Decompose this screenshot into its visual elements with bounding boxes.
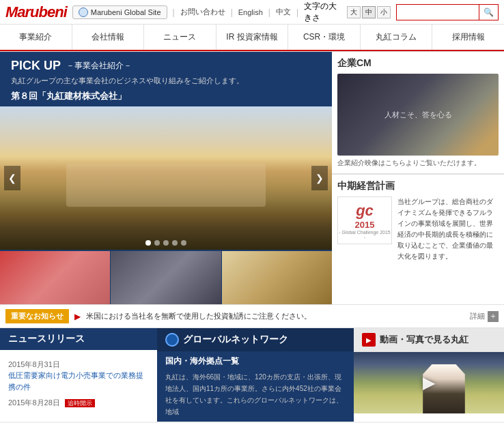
- search-box: 🔍: [396, 4, 499, 20]
- gc-year: 2015: [338, 220, 391, 230]
- alert-detail-label: 詳細: [470, 311, 485, 321]
- alert-detail-plus-icon[interactable]: ＋: [488, 311, 499, 322]
- alert-text: 米国における当社名を無断で使用した投資勧誘にご注意ください。: [86, 311, 464, 321]
- alert-arrow-icon: ▶: [74, 312, 81, 321]
- news-title: ニュースリリース: [8, 333, 85, 344]
- gc-logo-text: gc: [338, 202, 391, 220]
- video-title: 動画・写真で見る丸紅: [380, 334, 468, 346]
- news-date-2: 2015年8月28日 追時開示: [8, 398, 149, 408]
- video-header: ▶ 動画・写真で見る丸紅: [354, 328, 504, 352]
- chuuki-inner: gc 2015 - Global Challenge 2015 - 当社グループ…: [337, 196, 499, 262]
- slider-description: 丸紅グループの主な事業会社のビジネスや取り組みをご紹介します。: [0, 76, 332, 89]
- cm-image[interactable]: [337, 74, 499, 156]
- header-sep3: |: [268, 8, 270, 17]
- global-text: 丸紅は、海外66国・地域に、120カ所の支店・出張所、現地法人、国内11カ所の事…: [165, 371, 346, 418]
- video-section: ▶ 動画・写真で見る丸紅: [354, 328, 504, 422]
- pickup-subtitle: －事業会社紹介－: [66, 60, 132, 72]
- slider-dot-5[interactable]: [181, 240, 186, 246]
- header: Marubeni Marubeni Global Site | お問い合わせ |…: [0, 0, 504, 52]
- worker-figure: [414, 364, 474, 413]
- global-subtitle[interactable]: 国内・海外拠点一覧: [165, 355, 346, 367]
- pickup-tag: PICK UP: [11, 59, 61, 73]
- news-item-1: 2015年8月31日 低圧需要家向け電力小売事業での業務提携の件: [8, 360, 149, 392]
- pickup-title: PICK UP －事業会社紹介－: [11, 59, 321, 73]
- thumb-2[interactable]: [111, 251, 221, 304]
- global-site-button[interactable]: Marubeni Global Site: [72, 5, 167, 19]
- thumb-1[interactable]: [0, 251, 111, 304]
- slider-dot-1[interactable]: [145, 240, 151, 246]
- font-size-controls: 大 中 小: [347, 6, 391, 18]
- room-interior-image: [0, 106, 332, 250]
- video-image[interactable]: [354, 352, 504, 413]
- chuuki-text: 当社グループは、総合商社のダイナミズムを発揮できるフルラインの事業領域を展開し、…: [397, 196, 499, 262]
- global-header: グローバルネットワーク: [157, 328, 354, 351]
- alert-bar: 重要なお知らせ ▶ 米国における当社名を無断で使用した投資勧誘にご注意ください。…: [0, 304, 504, 328]
- chinese-link[interactable]: 中文: [276, 7, 291, 17]
- search-button[interactable]: 🔍: [479, 5, 498, 20]
- slider-item-title: 第８回「丸紅建材株式会社」: [0, 89, 332, 106]
- right-sidebar: 企業CM 企業紹介映像はこちらよりご覧いただけます。 中期経営計画 gc 201…: [332, 52, 504, 304]
- font-small-button[interactable]: 小: [377, 6, 391, 18]
- global-body: 国内・海外拠点一覧 丸紅は、海外66国・地域に、120カ所の支店・出張所、現地法…: [157, 351, 354, 422]
- alert-label: 重要なお知らせ: [5, 309, 69, 323]
- thumbnail-row: [0, 250, 332, 304]
- cm-description: 企業紹介映像はこちらよりご覧いただけます。: [337, 158, 499, 168]
- contact-link[interactable]: お問い合わせ: [180, 7, 225, 17]
- cm-section: 企業CM 企業紹介映像はこちらよりご覧いただけます。: [332, 52, 504, 175]
- news-item-2: 2015年8月28日 追時開示: [8, 398, 149, 408]
- slider-dot-4[interactable]: [172, 240, 178, 246]
- slider-dots: [145, 240, 186, 246]
- chuuki-section: 中期経営計画 gc 2015 - Global Challenge 2015 -…: [332, 175, 504, 304]
- nav-item-recruit[interactable]: 採用情報: [432, 25, 504, 50]
- header-sep4: |: [296, 8, 298, 17]
- nav-item-csr[interactable]: CSR・環境: [288, 25, 361, 50]
- news-body: 2015年8月31日 低圧需要家向け電力小売事業での業務提携の件 2015年8月…: [0, 350, 157, 419]
- global-site-label: Marubeni Global Site: [91, 8, 161, 16]
- nav-item-company[interactable]: 会社情報: [72, 25, 145, 50]
- news-section: ニュースリリース 2015年8月31日 低圧需要家向け電力小売事業での業務提携の…: [0, 328, 157, 422]
- globe-icon: [79, 8, 88, 17]
- main-content: PICK UP －事業会社紹介－ 丸紅グループの主な事業会社のビジネスや取り組み…: [0, 52, 504, 422]
- news-date-1: 2015年8月31日: [8, 360, 149, 370]
- bottom-row: ニュースリリース 2015年8月31日 低圧需要家向け電力小売事業での業務提携の…: [0, 328, 504, 422]
- gc-logo-image[interactable]: gc 2015 - Global Challenge 2015 -: [337, 196, 392, 244]
- globe-big-icon: [165, 333, 179, 347]
- nav-item-news[interactable]: ニュース: [144, 25, 216, 50]
- global-section: グローバルネットワーク 国内・海外拠点一覧 丸紅は、海外66国・地域に、120カ…: [157, 328, 354, 422]
- slider-header: PICK UP －事業会社紹介－: [0, 52, 332, 76]
- chuuki-title: 中期経営計画: [337, 180, 499, 192]
- gc-logo-inner: gc 2015 - Global Challenge 2015 -: [338, 202, 391, 239]
- header-top: Marubeni Marubeni Global Site | お問い合わせ |…: [0, 0, 504, 25]
- news-badge: 追時開示: [65, 399, 95, 407]
- slider-dot-3[interactable]: [163, 240, 169, 246]
- nav-item-ir[interactable]: IR 投資家情報: [216, 25, 289, 50]
- slider-section: PICK UP －事業会社紹介－ 丸紅グループの主な事業会社のビジネスや取り組み…: [0, 52, 332, 304]
- main-nav: 事業紹介 会社情報 ニュース IR 投資家情報 CSR・環境 丸紅コラム 採用情…: [0, 25, 504, 51]
- news-header: ニュースリリース: [0, 328, 157, 350]
- slider-dot-2[interactable]: [154, 240, 160, 246]
- global-title: グローバルネットワーク: [183, 334, 288, 346]
- slider-image: ❮ ❯: [0, 106, 332, 250]
- search-input[interactable]: [397, 5, 479, 20]
- font-large-button[interactable]: 大: [347, 6, 361, 18]
- news-link-1[interactable]: 低圧需要家向け電力小売事業での業務提携の件: [8, 371, 143, 391]
- cm-title: 企業CM: [337, 57, 499, 70]
- slider-prev-button[interactable]: ❮: [4, 166, 20, 190]
- header-sep2: |: [231, 8, 233, 17]
- font-size-label: 文字の大きさ: [304, 1, 341, 24]
- video-icon: ▶: [362, 333, 376, 347]
- nav-item-business[interactable]: 事業紹介: [0, 25, 72, 50]
- gc-sub-text: - Global Challenge 2015 -: [338, 230, 391, 239]
- slider-next-button[interactable]: ❯: [311, 166, 328, 190]
- header-sep1: |: [173, 8, 175, 17]
- alert-detail-link[interactable]: 詳細 ＋: [470, 311, 499, 322]
- content-row: PICK UP －事業会社紹介－ 丸紅グループの主な事業会社のビジネスや取り組み…: [0, 52, 504, 304]
- nav-item-column[interactable]: 丸紅コラム: [361, 25, 433, 50]
- thumb-3[interactable]: [222, 251, 332, 304]
- english-link[interactable]: English: [238, 8, 263, 16]
- font-medium-button[interactable]: 中: [362, 6, 376, 18]
- logo: Marubeni: [5, 3, 67, 21]
